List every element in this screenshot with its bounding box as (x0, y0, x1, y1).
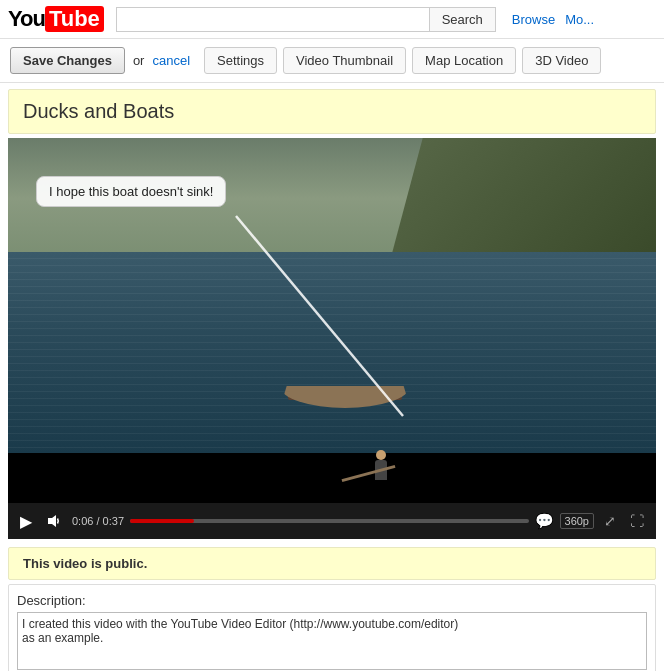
video-title: Ducks and Boats (8, 89, 656, 134)
video-thumbnail-tab[interactable]: Video Thumbnail (283, 47, 406, 74)
svg-marker-1 (48, 515, 56, 527)
or-label: or (133, 53, 145, 68)
toolbar: Save Changes or cancel Settings Video Th… (0, 39, 664, 83)
video-player[interactable]: I hope this boat doesn't sink! (8, 138, 656, 503)
public-notice: This video is public. (8, 547, 656, 580)
play-button[interactable]: ▶ (16, 510, 36, 533)
quality-badge[interactable]: 360p (560, 513, 594, 529)
rower-head (376, 450, 386, 460)
search-bar: Search (116, 7, 496, 32)
speech-bubble: I hope this boat doesn't sink! (36, 176, 226, 207)
progress-bar[interactable] (130, 519, 528, 523)
video-bg: I hope this boat doesn't sink! (8, 138, 656, 503)
search-input[interactable] (116, 7, 429, 32)
time-current: 0:06 (72, 515, 93, 527)
rower-oar (341, 465, 395, 482)
youtube-logo: YouTube (8, 6, 104, 32)
comments-icon: 💬 (535, 512, 554, 530)
volume-button[interactable] (42, 511, 66, 531)
browse-link[interactable]: Browse (512, 12, 555, 27)
nav-links: Browse Mo... (512, 12, 594, 27)
rower (371, 450, 391, 485)
progress-fill (130, 519, 194, 523)
time-total: 0:37 (103, 515, 124, 527)
time-display: 0:06 / 0:37 (72, 515, 124, 527)
save-changes-button[interactable]: Save Changes (10, 47, 125, 74)
3d-video-tab[interactable]: 3D Video (522, 47, 601, 74)
pip-button[interactable]: ⤢ (600, 511, 620, 531)
boat (280, 368, 410, 408)
more-link[interactable]: Mo... (565, 12, 594, 27)
logo-tube: Tube (45, 6, 104, 32)
public-notice-text: This video is public. (23, 556, 147, 571)
water-waves (8, 252, 656, 453)
map-location-tab[interactable]: Map Location (412, 47, 516, 74)
description-area: Description: I created this video with t… (8, 584, 656, 671)
volume-icon (46, 513, 62, 529)
fullscreen-button[interactable]: ⛶ (626, 511, 648, 531)
description-textarea[interactable]: I created this video with the YouTube Vi… (17, 612, 647, 670)
description-label: Description: (17, 593, 647, 608)
header: YouTube Search Browse Mo... (0, 0, 664, 39)
settings-tab[interactable]: Settings (204, 47, 277, 74)
boat-hull (280, 386, 410, 408)
logo-you: You (8, 6, 45, 32)
search-button[interactable]: Search (429, 7, 496, 32)
player-controls: ▶ 0:06 / 0:37 💬 360p ⤢ ⛶ (8, 503, 656, 539)
cancel-link[interactable]: cancel (152, 53, 190, 68)
